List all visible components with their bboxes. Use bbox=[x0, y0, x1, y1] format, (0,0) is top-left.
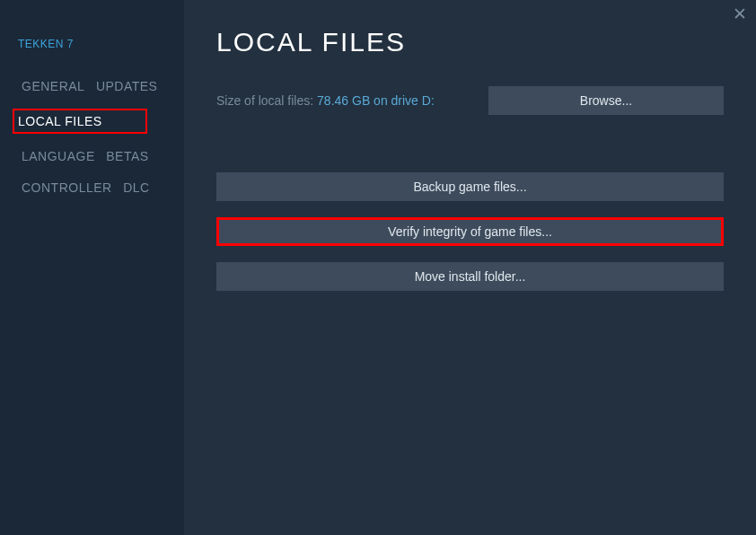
page-title: LOCAL FILES bbox=[216, 27, 724, 57]
backup-button[interactable]: Backup game files... bbox=[216, 172, 724, 201]
close-button[interactable]: ✕ bbox=[733, 5, 747, 22]
move-folder-button[interactable]: Move install folder... bbox=[216, 262, 724, 291]
app-container: TEKKEN 7 GENERAL UPDATES LOCAL FILES LAN… bbox=[0, 0, 756, 535]
size-label: Size of local files: bbox=[216, 93, 317, 108]
sidebar-item-local-files[interactable]: LOCAL FILES bbox=[13, 109, 147, 134]
game-title: TEKKEN 7 bbox=[18, 38, 184, 50]
main-panel: ✕ LOCAL FILES Size of local files: 78.46… bbox=[184, 0, 756, 535]
browse-button[interactable]: Browse... bbox=[488, 86, 724, 115]
verify-button[interactable]: Verify integrity of game files... bbox=[216, 217, 724, 246]
size-row: Size of local files: 78.46 GB on drive D… bbox=[216, 86, 724, 115]
sidebar-item-dlc[interactable]: DLC bbox=[119, 179, 154, 197]
close-icon: ✕ bbox=[733, 4, 747, 23]
sidebar-item-general[interactable]: GENERAL bbox=[18, 77, 88, 95]
sidebar-item-updates[interactable]: UPDATES bbox=[92, 77, 162, 95]
size-value: 78.46 GB on drive D: bbox=[317, 93, 435, 108]
size-text: Size of local files: 78.46 GB on drive D… bbox=[216, 93, 435, 108]
sidebar-item-betas[interactable]: BETAS bbox=[102, 147, 152, 165]
sidebar: TEKKEN 7 GENERAL UPDATES LOCAL FILES LAN… bbox=[0, 0, 184, 535]
sidebar-item-controller[interactable]: CONTROLLER bbox=[18, 179, 116, 197]
sidebar-item-language[interactable]: LANGUAGE bbox=[18, 147, 99, 165]
